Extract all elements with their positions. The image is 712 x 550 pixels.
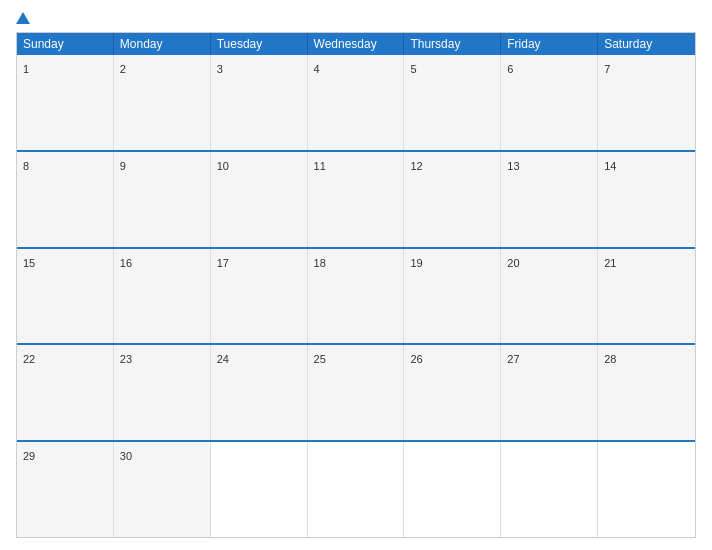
day-cell: 21 xyxy=(598,249,695,344)
logo xyxy=(16,12,33,24)
day-cell: 27 xyxy=(501,345,598,440)
day-number: 15 xyxy=(23,257,35,269)
day-number: 24 xyxy=(217,353,229,365)
day-header-thursday: Thursday xyxy=(404,33,501,55)
day-number: 17 xyxy=(217,257,229,269)
day-number: 4 xyxy=(314,63,320,75)
day-cell xyxy=(308,442,405,537)
day-number: 3 xyxy=(217,63,223,75)
day-number: 26 xyxy=(410,353,422,365)
day-cell: 26 xyxy=(404,345,501,440)
week-row-2: 891011121314 xyxy=(17,150,695,247)
day-cell: 2 xyxy=(114,55,211,150)
day-number: 10 xyxy=(217,160,229,172)
day-cell: 5 xyxy=(404,55,501,150)
day-cell: 15 xyxy=(17,249,114,344)
day-number: 1 xyxy=(23,63,29,75)
logo-triangle-icon xyxy=(16,12,30,24)
calendar-grid: SundayMondayTuesdayWednesdayThursdayFrid… xyxy=(16,32,696,538)
day-number: 11 xyxy=(314,160,326,172)
day-cell: 6 xyxy=(501,55,598,150)
day-number: 27 xyxy=(507,353,519,365)
day-cell: 16 xyxy=(114,249,211,344)
day-header-sunday: Sunday xyxy=(17,33,114,55)
day-cell: 12 xyxy=(404,152,501,247)
day-cell: 24 xyxy=(211,345,308,440)
logo-blue-text xyxy=(16,12,33,24)
day-number: 29 xyxy=(23,450,35,462)
day-header-wednesday: Wednesday xyxy=(308,33,405,55)
day-cell: 10 xyxy=(211,152,308,247)
day-number: 8 xyxy=(23,160,29,172)
day-cell: 14 xyxy=(598,152,695,247)
day-header-friday: Friday xyxy=(501,33,598,55)
day-cell: 9 xyxy=(114,152,211,247)
day-cell: 25 xyxy=(308,345,405,440)
day-number: 30 xyxy=(120,450,132,462)
day-cell: 28 xyxy=(598,345,695,440)
day-number: 18 xyxy=(314,257,326,269)
day-cell: 4 xyxy=(308,55,405,150)
day-cell: 22 xyxy=(17,345,114,440)
day-number: 14 xyxy=(604,160,616,172)
day-number: 28 xyxy=(604,353,616,365)
day-number: 23 xyxy=(120,353,132,365)
day-number: 5 xyxy=(410,63,416,75)
day-number: 20 xyxy=(507,257,519,269)
day-number: 13 xyxy=(507,160,519,172)
day-number: 22 xyxy=(23,353,35,365)
day-cell: 19 xyxy=(404,249,501,344)
day-number: 6 xyxy=(507,63,513,75)
calendar-page: SundayMondayTuesdayWednesdayThursdayFrid… xyxy=(0,0,712,550)
day-cell: 23 xyxy=(114,345,211,440)
day-cell xyxy=(598,442,695,537)
week-row-4: 22232425262728 xyxy=(17,343,695,440)
day-header-tuesday: Tuesday xyxy=(211,33,308,55)
day-number: 19 xyxy=(410,257,422,269)
week-row-5: 2930 xyxy=(17,440,695,537)
weeks-container: 1234567891011121314151617181920212223242… xyxy=(17,55,695,537)
day-cell xyxy=(404,442,501,537)
day-headers-row: SundayMondayTuesdayWednesdayThursdayFrid… xyxy=(17,33,695,55)
day-cell: 8 xyxy=(17,152,114,247)
day-number: 12 xyxy=(410,160,422,172)
day-number: 21 xyxy=(604,257,616,269)
day-cell: 18 xyxy=(308,249,405,344)
day-cell: 13 xyxy=(501,152,598,247)
day-cell: 11 xyxy=(308,152,405,247)
day-header-saturday: Saturday xyxy=(598,33,695,55)
day-number: 9 xyxy=(120,160,126,172)
day-cell xyxy=(211,442,308,537)
day-number: 25 xyxy=(314,353,326,365)
day-cell: 7 xyxy=(598,55,695,150)
day-cell: 20 xyxy=(501,249,598,344)
day-number: 16 xyxy=(120,257,132,269)
week-row-3: 15161718192021 xyxy=(17,247,695,344)
header xyxy=(16,12,696,24)
day-number: 7 xyxy=(604,63,610,75)
week-row-1: 1234567 xyxy=(17,55,695,150)
day-cell: 17 xyxy=(211,249,308,344)
day-cell xyxy=(501,442,598,537)
day-cell: 1 xyxy=(17,55,114,150)
day-number: 2 xyxy=(120,63,126,75)
day-cell: 30 xyxy=(114,442,211,537)
day-header-monday: Monday xyxy=(114,33,211,55)
day-cell: 29 xyxy=(17,442,114,537)
day-cell: 3 xyxy=(211,55,308,150)
